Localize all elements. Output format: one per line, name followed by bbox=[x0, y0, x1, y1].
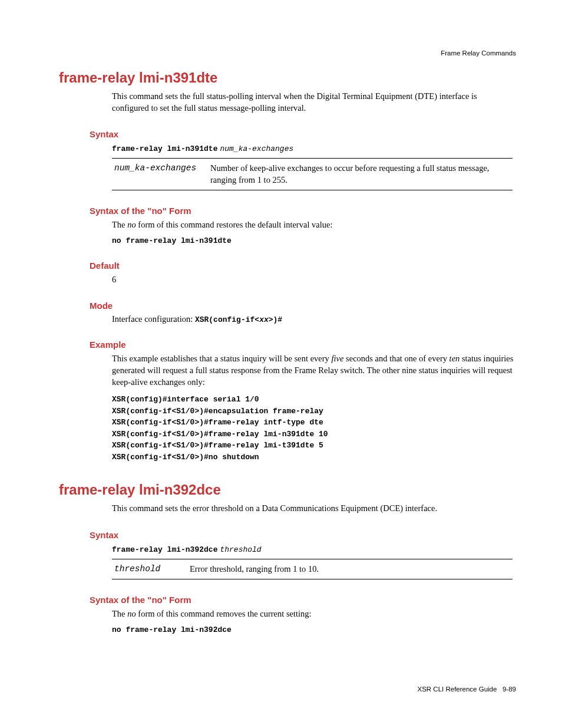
default-value: 6 bbox=[112, 274, 516, 286]
table-row: num_ka-exchanges Number of keep-alive ex… bbox=[112, 159, 513, 190]
param-desc: Number of keep-alive exchanges to occur … bbox=[208, 159, 513, 190]
table-row: threshold Error threshold, ranging from … bbox=[112, 559, 513, 579]
emph: five bbox=[331, 354, 343, 363]
example-text: This example establishes that a status i… bbox=[112, 353, 516, 388]
no-form-text: The no form of this command restores the… bbox=[112, 219, 516, 231]
no-command: no frame-relay lmi-n392dce bbox=[112, 625, 232, 634]
running-header: Frame Relay Commands bbox=[441, 50, 516, 57]
command-title: frame-relay lmi-n392dce bbox=[59, 482, 516, 498]
no-word: no bbox=[127, 609, 136, 618]
command-title: frame-relay lmi-n391dte bbox=[59, 70, 516, 86]
no-word: no bbox=[127, 220, 136, 229]
text: form of this command removes the current… bbox=[136, 609, 312, 618]
param-desc: Error threshold, ranging from 1 to 10. bbox=[187, 559, 513, 579]
emph: ten bbox=[449, 354, 460, 363]
param-name: num_ka-exchanges bbox=[112, 159, 208, 190]
mode-code: XSR(config-if< bbox=[195, 315, 259, 324]
no-command-line: no frame-relay lmi-n392dce bbox=[112, 624, 516, 634]
syntax-no-heading: Syntax of the "no" Form bbox=[90, 595, 516, 605]
syntax-line: frame-relay lmi-n392dce threshold bbox=[112, 543, 516, 554]
example-code-block: XSR(config)#interface serial 1/0 XSR(con… bbox=[112, 394, 516, 463]
syntax-command: frame-relay lmi-n391dte bbox=[112, 144, 217, 153]
mode-heading: Mode bbox=[90, 301, 516, 311]
syntax-argument: num_ka-exchanges bbox=[220, 144, 293, 153]
syntax-command: frame-relay lmi-n392dce bbox=[112, 545, 217, 554]
text: This example establishes that a status i… bbox=[112, 354, 331, 363]
mode-code: >)# bbox=[269, 315, 282, 324]
command-description: This command sets the error threshold on… bbox=[112, 503, 516, 515]
text: seconds and that one of every bbox=[343, 354, 449, 363]
mode-code-var: xx bbox=[259, 315, 269, 324]
text: The bbox=[112, 220, 127, 229]
parameter-table: threshold Error threshold, ranging from … bbox=[112, 559, 513, 580]
footer-page: 9-89 bbox=[503, 686, 516, 693]
syntax-no-heading: Syntax of the "no" Form bbox=[90, 206, 516, 216]
no-command: no frame-relay lmi-n391dte bbox=[112, 236, 232, 245]
example-heading: Example bbox=[90, 340, 516, 350]
page-footer: XSR CLI Reference Guide 9-89 bbox=[418, 686, 517, 693]
syntax-heading: Syntax bbox=[90, 530, 516, 540]
command-description: This command sets the full status-pollin… bbox=[112, 91, 516, 114]
syntax-argument: threshold bbox=[220, 545, 261, 554]
no-command-line: no frame-relay lmi-n391dte bbox=[112, 235, 516, 245]
parameter-table: num_ka-exchanges Number of keep-alive ex… bbox=[112, 158, 513, 190]
syntax-heading: Syntax bbox=[90, 129, 516, 139]
default-heading: Default bbox=[90, 261, 516, 271]
param-name: threshold bbox=[112, 559, 187, 579]
footer-book: XSR CLI Reference Guide bbox=[418, 686, 497, 693]
no-form-text: The no form of this command removes the … bbox=[112, 608, 516, 620]
mode-line: Interface configuration: XSR(config-if<x… bbox=[112, 314, 516, 324]
text: The bbox=[112, 609, 127, 618]
mode-prefix: Interface configuration: bbox=[112, 314, 195, 324]
page: Frame Relay Commands frame-relay lmi-n39… bbox=[0, 0, 562, 728]
syntax-line: frame-relay lmi-n391dte num_ka-exchanges bbox=[112, 143, 516, 153]
text: form of this command restores the defaul… bbox=[136, 220, 333, 229]
